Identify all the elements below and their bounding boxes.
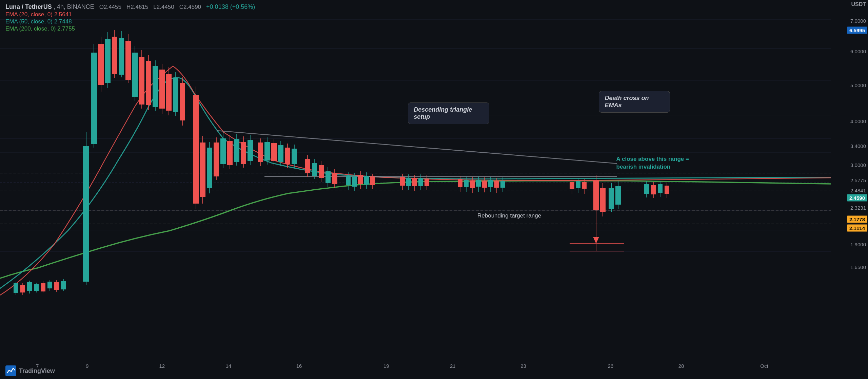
price-6.0000: 6.0000: [850, 48, 866, 54]
close-value: 2.4590: [183, 4, 201, 10]
timeframe-label: , 4h,: [54, 3, 67, 10]
low-value: 2.4450: [157, 4, 174, 10]
price-1.6500: 1.6500: [850, 264, 866, 270]
exchange-label: BINANCE: [67, 3, 94, 10]
tradingview-label: TradingView: [19, 367, 55, 375]
currency-label: USDT: [851, 1, 866, 7]
ema50-label: EMA (50, close, 0) 2.7448: [5, 18, 255, 25]
tradingview-logo: TradingView: [5, 365, 55, 376]
close-label: C: [179, 4, 183, 10]
change-value: +0.0138: [206, 3, 229, 10]
price-2.5775: 2.5775: [850, 177, 866, 183]
low-label: L: [153, 4, 156, 10]
ema200-label: EMA (200, close, 0) 2.7755: [5, 25, 255, 32]
price-2.1778-box: 2.1778: [847, 215, 867, 223]
time-23: 23: [520, 363, 526, 369]
time-21: 21: [450, 363, 456, 369]
top-bar: Luna / TetherUS , 4h, BINANCE O2.4455 H2…: [5, 3, 255, 32]
time-19: 19: [383, 363, 389, 369]
price-5.0000: 5.0000: [850, 82, 866, 88]
chart-container: Luna / TetherUS , 4h, BINANCE O2.4455 H2…: [0, 0, 868, 379]
time-16: 16: [296, 363, 302, 369]
price-6.5995-box: 6.5995: [847, 27, 867, 34]
price-2.3231: 2.3231: [850, 205, 866, 211]
symbol-label: Luna / TetherUS: [5, 3, 52, 10]
ema20-label: EMA (20, close, 0) 2.5641: [5, 11, 255, 18]
time-28: 28: [678, 363, 684, 369]
price-2.4841: 2.4841: [850, 187, 866, 193]
time-oct: Oct: [760, 363, 768, 369]
change-pct: (+0.56%): [230, 3, 255, 10]
price-7.0000: 7.0000: [850, 18, 866, 24]
chart-header: Luna / TetherUS , 4h, BINANCE O2.4455 H2…: [5, 3, 255, 11]
price-2.1114-box: 2.1114: [847, 225, 867, 232]
time-26: 26: [608, 363, 613, 369]
time-axis: 7 9 12 14 16 19 21 23 26 28 Oct: [0, 359, 831, 369]
main-chart: [0, 0, 831, 359]
price-axis: USDT 6.5995 7.0000 6.0000 5.0000 4.0000 …: [831, 0, 868, 379]
price-3.4000: 3.4000: [850, 143, 866, 149]
price-4.0000: 4.0000: [850, 118, 866, 124]
high-label: H: [126, 4, 131, 10]
time-9: 9: [86, 363, 88, 369]
price-current-box: 2.4590: [847, 194, 867, 202]
tradingview-logo-icon: [5, 365, 16, 376]
price-1.9000: 1.9000: [850, 242, 866, 247]
price-3.0000: 3.0000: [850, 162, 866, 168]
open-value: 2.4455: [104, 4, 121, 10]
high-value: 2.4615: [131, 4, 148, 10]
time-14: 14: [225, 363, 231, 369]
time-12: 12: [159, 363, 165, 369]
open-label: O: [99, 4, 104, 10]
